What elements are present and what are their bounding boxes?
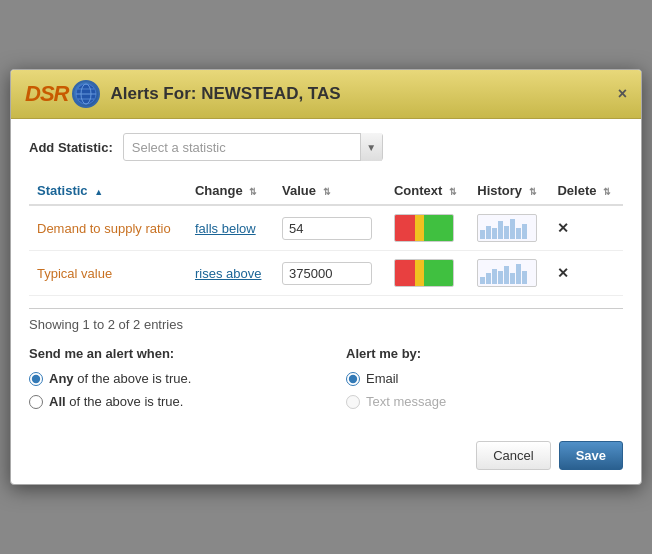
sort-icon-statistic: ▲ — [94, 187, 103, 197]
value-input-1[interactable] — [282, 217, 372, 240]
history-bar — [510, 219, 515, 239]
statistic-name-1: Demand to supply ratio — [37, 221, 171, 236]
history-bar — [492, 228, 497, 239]
cancel-button[interactable]: Cancel — [476, 441, 550, 470]
close-button[interactable]: × — [618, 85, 627, 103]
context-thumb-2[interactable] — [394, 259, 454, 287]
footer-buttons: Cancel Save — [29, 437, 623, 470]
col-change[interactable]: Change ⇅ — [187, 177, 274, 205]
sort-icon-history: ⇅ — [529, 187, 537, 197]
save-button[interactable]: Save — [559, 441, 623, 470]
add-statistic-row: Add Statistic: Select a statistic ▼ — [29, 133, 623, 161]
modal-header: DSR Alerts For: NEWSTEAD, TAS × — [11, 70, 641, 119]
col-value[interactable]: Value ⇅ — [274, 177, 386, 205]
alert-by-title: Alert me by: — [346, 346, 623, 361]
history-bar — [510, 273, 515, 284]
radio-all[interactable] — [29, 395, 43, 409]
table-header-row: Statistic ▲ Change ⇅ Value ⇅ Context — [29, 177, 623, 205]
col-statistic[interactable]: Statistic ▲ — [29, 177, 187, 205]
alert-when-section: Send me an alert when: Any of the above … — [29, 346, 306, 417]
context-thumb-1[interactable] — [394, 214, 454, 242]
header-left: DSR Alerts For: NEWSTEAD, TAS — [25, 80, 341, 108]
history-bar — [486, 226, 491, 239]
radio-all-rest: of the above is true. — [69, 394, 183, 409]
history-bar — [492, 269, 497, 284]
context-bar-green-2 — [424, 260, 453, 286]
radio-text-label: Text message — [366, 394, 446, 409]
radio-any-label: Any of the above is true. — [49, 371, 191, 386]
statistic-name-2: Typical value — [37, 266, 112, 281]
history-bar — [504, 226, 509, 239]
select-arrow-icon: ▼ — [360, 133, 382, 161]
sort-icon-delete: ⇅ — [603, 187, 611, 197]
alerts-table: Statistic ▲ Change ⇅ Value ⇅ Context — [29, 177, 623, 296]
sort-icon-change: ⇅ — [249, 187, 257, 197]
context-bars-2 — [395, 260, 453, 286]
context-bar-green-1 — [424, 215, 453, 241]
value-input-2[interactable] — [282, 262, 372, 285]
radio-any[interactable] — [29, 372, 43, 386]
radio-any-rest: of the above is true. — [77, 371, 191, 386]
history-thumb-2[interactable] — [477, 259, 537, 287]
alert-when-title: Send me an alert when: — [29, 346, 306, 361]
showing-text: Showing 1 to 2 of 2 entries — [29, 317, 623, 332]
alert-by-section: Alert me by: Email Text message — [346, 346, 623, 417]
table-row: Typical value rises above — [29, 251, 623, 296]
radio-email[interactable] — [346, 372, 360, 386]
history-bar — [480, 230, 485, 239]
alerts-table-section: Statistic ▲ Change ⇅ Value ⇅ Context — [29, 177, 623, 296]
table-row: Demand to supply ratio falls below — [29, 205, 623, 251]
radio-text[interactable] — [346, 395, 360, 409]
sort-icon-context: ⇅ — [449, 187, 457, 197]
radio-email-label: Email — [366, 371, 399, 386]
radio-email-row: Email — [346, 371, 623, 386]
history-bar — [498, 221, 503, 239]
history-bar — [522, 271, 527, 284]
radio-any-row: Any of the above is true. — [29, 371, 306, 386]
history-bar — [516, 264, 521, 284]
col-context[interactable]: Context ⇅ — [386, 177, 469, 205]
radio-all-row: All of the above is true. — [29, 394, 306, 409]
radio-any-bold: Any — [49, 371, 74, 386]
context-bars-1 — [395, 215, 453, 241]
context-bar-yellow-2 — [415, 260, 424, 286]
context-bar-yellow-1 — [415, 215, 424, 241]
dsr-text: DSR — [25, 81, 68, 107]
change-link-2[interactable]: rises above — [195, 266, 261, 281]
modal-title: Alerts For: NEWSTEAD, TAS — [110, 84, 340, 104]
radio-text-row: Text message — [346, 394, 623, 409]
divider — [29, 308, 623, 309]
sort-icon-value: ⇅ — [323, 187, 331, 197]
history-bar — [498, 271, 503, 284]
context-bar-red-1 — [395, 215, 415, 241]
modal-body: Add Statistic: Select a statistic ▼ Stat… — [11, 119, 641, 484]
history-bar — [516, 228, 521, 239]
history-bar — [486, 273, 491, 284]
globe-icon — [72, 80, 100, 108]
history-bar — [522, 224, 527, 239]
alerts-modal: DSR Alerts For: NEWSTEAD, TAS × Add Stat… — [10, 69, 642, 485]
bottom-section: Send me an alert when: Any of the above … — [29, 346, 623, 417]
statistic-select[interactable]: Select a statistic ▼ — [123, 133, 383, 161]
history-thumb-1[interactable] — [477, 214, 537, 242]
delete-button-2[interactable]: ✕ — [557, 265, 569, 281]
radio-all-bold: All — [49, 394, 66, 409]
change-link-1[interactable]: falls below — [195, 221, 256, 236]
statistic-select-placeholder: Select a statistic — [132, 140, 360, 155]
radio-all-label: All of the above is true. — [49, 394, 183, 409]
dsr-logo: DSR — [25, 80, 100, 108]
col-delete[interactable]: Delete ⇅ — [549, 177, 623, 205]
history-bar — [480, 277, 485, 284]
context-bar-red-2 — [395, 260, 415, 286]
col-history[interactable]: History ⇅ — [469, 177, 549, 205]
delete-button-1[interactable]: ✕ — [557, 220, 569, 236]
history-bar — [504, 266, 509, 284]
add-statistic-label: Add Statistic: — [29, 140, 113, 155]
